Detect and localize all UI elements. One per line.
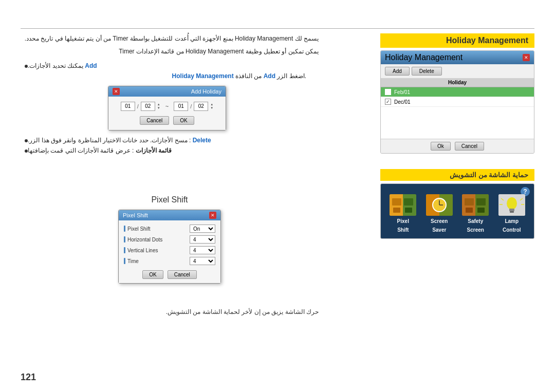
- ps-bar-2: [124, 236, 125, 242]
- safety-icons-row: Pixel Shift Sc: [385, 192, 530, 233]
- screen-saver-label-2: Saver: [432, 227, 446, 233]
- lamp-control-label-2: Control: [503, 227, 521, 233]
- ps-row-label-1: Pixel Shift: [124, 226, 150, 232]
- ps-label-1: Pixel Shift: [127, 226, 150, 232]
- bullet-add: Add يمكنك تحديد الأجازات.: [21, 62, 313, 69]
- hm-panel: Holiday Management ✕ Add Delete Holiday …: [380, 50, 534, 154]
- hm-empty-area: [381, 107, 534, 138]
- hm-panel-title: Holiday Management: [385, 53, 462, 62]
- hm-list: Feb/01 Dec/01: [381, 87, 534, 139]
- day-to-input[interactable]: [121, 102, 135, 111]
- ps-row-label-2: Horizontal Dots: [124, 236, 162, 242]
- hm-ok-btn[interactable]: Ok: [431, 142, 451, 151]
- ps-select-3[interactable]: 4123: [190, 246, 215, 254]
- day-from-input[interactable]: [174, 102, 188, 111]
- ps-cancel-btn[interactable]: Cancel: [168, 270, 197, 279]
- pixel-shift-label-1: Pixel: [397, 218, 409, 225]
- hm-panel-close[interactable]: ✕: [523, 54, 530, 61]
- ps-row-2: Horizontal Dots 4123: [124, 235, 215, 244]
- hm-list-item-1[interactable]: Feb/01: [381, 87, 534, 97]
- ps-row-label-3: Vertical Lines: [124, 247, 158, 253]
- pixel-shift-section: Pixel Shift Pixel Shift ✕ Pixel Shift On…: [21, 195, 319, 284]
- date-sep-1: /: [190, 103, 192, 109]
- safety-icon-pixel-shift[interactable]: Pixel Shift: [387, 194, 418, 233]
- bullet-delete: Delete : مسح الأجازات. حدد خانات الاختيا…: [21, 137, 313, 144]
- svg-rect-19: [509, 209, 514, 211]
- hm-section-title: Holiday Management: [380, 33, 534, 48]
- ps-bar-4: [124, 258, 125, 264]
- dialog-ok-btn[interactable]: OK: [173, 116, 194, 125]
- dialog-titlebar: Add Holiday ✕: [108, 86, 226, 97]
- hm-panel-footer: Ok Cancel: [381, 139, 534, 153]
- hm-panel-header: Holiday Management ✕: [381, 51, 534, 64]
- pixel-shift-icon: [390, 194, 416, 216]
- svg-rect-13: [465, 198, 474, 206]
- ps-close-btn[interactable]: ✕: [209, 212, 216, 219]
- bullet-dot: [25, 65, 28, 68]
- ps-ok-btn[interactable]: OK: [142, 270, 163, 279]
- timer-text: يمكن تمكين أو تعطيل وظيفة Holiday Manage…: [21, 46, 319, 57]
- ps-arabic-desc: حرك الشاشة يزيق من إن لأخر لحماية الشاشة…: [21, 308, 319, 315]
- hm-list-item-2[interactable]: Dec/01: [381, 97, 534, 107]
- dialog-title: Add Holiday: [191, 88, 221, 95]
- lamp-control-icon: [498, 194, 525, 216]
- svg-point-18: [507, 197, 517, 210]
- ps-title: Pixel Shift: [123, 212, 148, 218]
- bullet-add-text: Add يمكنك تحديد الأجازات.: [28, 62, 97, 69]
- hm-col-header: Holiday: [381, 78, 534, 87]
- safety-icon-screen-saver[interactable]: Screen Saver: [424, 194, 455, 233]
- svg-rect-16: [477, 208, 485, 213]
- date-range-sep: ~: [165, 103, 169, 109]
- svg-rect-4: [393, 208, 400, 213]
- safety-icon-safety-screen[interactable]: Safety Screen: [460, 194, 491, 233]
- hm-cancel-btn[interactable]: Cancel: [455, 142, 484, 151]
- ps-titlebar: Pixel Shift ✕: [119, 210, 220, 220]
- ps-select-4[interactable]: 4123: [190, 257, 215, 265]
- hm-delete-btn[interactable]: Delete: [412, 67, 442, 76]
- intro-arabic: يسمح لك Holiday Management بمنع الأجهزة …: [25, 35, 319, 42]
- svg-rect-20: [510, 211, 514, 213]
- bullet-list-text: قائمة الأجازات : عرض قائمة الأجازات التي…: [28, 147, 172, 154]
- svg-rect-14: [476, 198, 486, 206]
- date-row: ▲▼ / ~ ▲▼ /: [115, 102, 219, 111]
- hm-toolbar: Add Delete: [381, 64, 534, 78]
- hm-checkbox-1[interactable]: [385, 89, 391, 95]
- hm-item-label-2: Dec/01: [394, 99, 411, 105]
- bullet-delete-text: Delete : مسح الأجازات. حدد خانات الاختيا…: [28, 137, 211, 144]
- screen-saver-icon: [426, 194, 453, 216]
- hm-checkbox-2[interactable]: [385, 99, 391, 105]
- add-holiday-dialog: Add Holiday ✕ ▲▼ / ~ ▲▼ /: [108, 86, 226, 130]
- hm-add-btn[interactable]: Add: [385, 67, 410, 76]
- month-to-input[interactable]: [141, 102, 155, 111]
- date-sep-2: /: [137, 103, 139, 109]
- safety-icon-lamp-control[interactable]: Lamp Control: [496, 194, 527, 233]
- ps-label-4: Time: [127, 258, 139, 264]
- svg-rect-3: [404, 198, 413, 206]
- date-from-arrows[interactable]: ▲▼: [210, 103, 213, 109]
- ps-select-1[interactable]: OnOff: [190, 225, 215, 233]
- date-to-arrows[interactable]: ▲▼: [157, 103, 160, 109]
- bullet-dot-2: [25, 139, 28, 142]
- top-divider: [21, 28, 534, 29]
- ps-select-2[interactable]: 4123: [190, 235, 215, 244]
- ps-bar: [124, 226, 125, 232]
- ps-row-3: Vertical Lines 4123: [124, 246, 215, 254]
- dialog-close-btn[interactable]: ✕: [113, 88, 120, 95]
- bullet-section: Add يمكنك تحديد الأجازات. .اضغط الزر Add…: [21, 62, 319, 154]
- month-from-input[interactable]: [194, 102, 208, 111]
- ps-row-label-4: Time: [124, 258, 139, 264]
- dialog-body: ▲▼ / ~ ▲▼ / OK Cancel: [108, 97, 226, 130]
- page-number: 121: [21, 372, 36, 383]
- ps-body: Pixel Shift OnOff Horizontal Dots 4123: [119, 220, 220, 283]
- pixel-shift-label-2: Shift: [397, 227, 409, 233]
- ps-label-2: Horizontal Dots: [127, 237, 162, 242]
- ps-row-1: Pixel Shift OnOff: [124, 225, 215, 233]
- dialog-cancel-btn[interactable]: Cancel: [140, 116, 169, 125]
- pixel-shift-dialog: Pixel Shift ✕ Pixel Shift OnOff Horizont…: [118, 210, 221, 284]
- safety-title: حماية الشاشة من التشويش: [380, 169, 534, 181]
- ps-label-3: Vertical Lines: [127, 248, 158, 253]
- safety-screen-label-2: Screen: [467, 227, 484, 233]
- ps-buttons: OK Cancel: [124, 270, 215, 279]
- ps-bar-3: [124, 247, 125, 253]
- left-column: يسمح لك Holiday Management بمنع الأجهزة …: [21, 33, 319, 157]
